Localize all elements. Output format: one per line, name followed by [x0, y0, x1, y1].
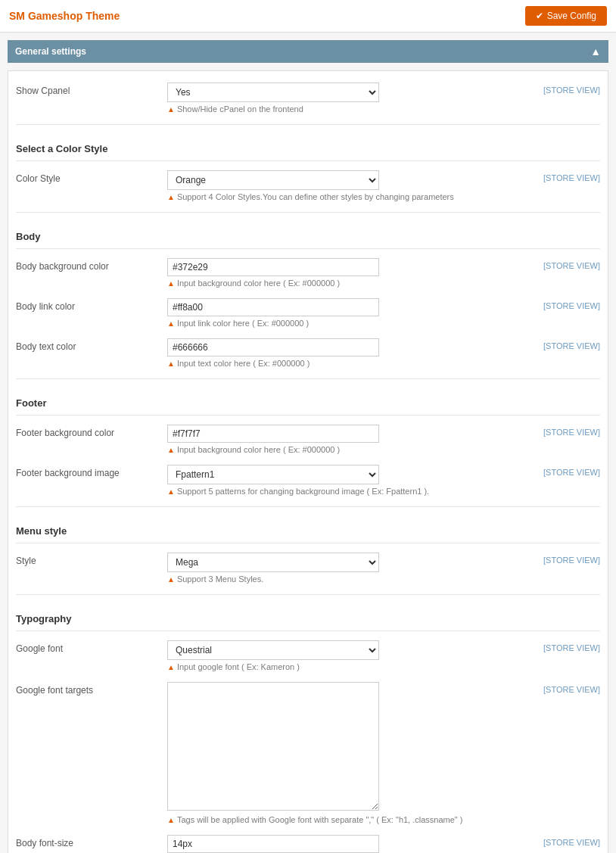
body-link-color-label: Body link color	[16, 298, 167, 312]
google-font-store-view: [STORE VIEW]	[543, 640, 600, 652]
footer-bg-image-field: Fpattern1 Fpattern2 Fpattern3 Fpattern4 …	[167, 465, 534, 496]
menu-style-store-view: [STORE VIEW]	[543, 553, 600, 565]
footer-bg-image-label: Footer background image	[16, 465, 167, 478]
google-font-label: Google font	[16, 640, 167, 654]
menu-style-section-title: Menu style	[16, 518, 600, 543]
menu-style-select[interactable]: Mega Standard Simple	[167, 553, 379, 572]
footer-bg-image-row: Footer background image Fpattern1 Fpatte…	[16, 465, 600, 496]
color-style-select[interactable]: Orange Blue Green Red	[167, 170, 379, 190]
menu-style-row: Style Mega Standard Simple ▲ Support 3 M…	[16, 553, 600, 584]
menu-style-hint: ▲ Support 3 Menu Styles.	[167, 574, 534, 584]
google-font-row: Google font Questrial Kameron Arial Robo…	[16, 640, 600, 671]
section-title: General settings	[15, 46, 86, 57]
body-font-size-store-view: [STORE VIEW]	[543, 835, 600, 847]
body-font-size-label: Body font-size	[16, 835, 167, 848]
hint-icon: ▲	[167, 816, 175, 824]
footer-bg-image-hint: ▲ Support 5 patterns for changing backgr…	[167, 487, 534, 496]
google-font-targets-textarea[interactable]	[167, 682, 379, 811]
hint-icon: ▲	[167, 279, 175, 288]
body-font-size-field: ▲ Input body font size text ( Ex: 14px )	[167, 835, 534, 853]
footer-bg-color-row: Footer background color ▲ Input backgrou…	[16, 425, 600, 454]
google-font-select[interactable]: Questrial Kameron Arial Roboto	[167, 640, 379, 660]
hint-icon: ▲	[167, 193, 175, 201]
body-font-size-input[interactable]	[167, 835, 379, 853]
body-bg-color-input[interactable]	[167, 258, 379, 276]
hint-icon: ▲	[167, 487, 175, 496]
body-text-color-hint: ▲ Input text color here ( Ex: #000000 )	[167, 359, 534, 368]
body-text-color-input[interactable]	[167, 338, 379, 356]
footer-bg-image-store-view: [STORE VIEW]	[543, 465, 600, 477]
typography-section-title: Typography	[16, 606, 600, 631]
body-font-size-row: Body font-size ▲ Input body font size te…	[16, 835, 600, 853]
footer-bg-color-hint: ▲ Input background color here ( Ex: #000…	[167, 445, 534, 454]
show-cpanel-label: Show Cpanel	[16, 82, 167, 96]
body-text-color-store-view: [STORE VIEW]	[543, 338, 600, 350]
hint-icon: ▲	[167, 575, 175, 584]
body-link-color-field: ▲ Input link color here ( Ex: #000000 )	[167, 298, 534, 328]
save-icon: ✔	[536, 11, 543, 21]
app-title: SM Gameshop Theme	[9, 10, 120, 22]
google-font-hint: ▲ Input google font ( Ex: Kameron )	[167, 662, 534, 671]
body-bg-color-label: Body background color	[16, 258, 167, 272]
save-config-button[interactable]: ✔ Save Config	[525, 6, 607, 26]
footer-bg-color-input[interactable]	[167, 425, 379, 443]
google-font-targets-store-view: [STORE VIEW]	[543, 682, 600, 694]
menu-style-field: Mega Standard Simple ▲ Support 3 Menu St…	[167, 553, 534, 584]
body-text-color-field: ▲ Input text color here ( Ex: #000000 )	[167, 338, 534, 368]
body-link-color-row: Body link color ▲ Input link color here …	[16, 298, 600, 328]
color-style-section-title: Select a Color Style	[16, 135, 600, 161]
footer-section-title: Footer	[16, 390, 600, 416]
color-style-label: Color Style	[16, 170, 167, 184]
divider	[16, 594, 600, 595]
main-content: General settings ▲ Show Cpanel Yes No ▲ …	[0, 33, 616, 853]
show-cpanel-hint: ▲ Show/Hide cPanel on the frontend	[167, 104, 534, 114]
show-cpanel-select[interactable]: Yes No	[167, 82, 379, 102]
collapse-icon: ▲	[590, 45, 601, 58]
divider	[16, 212, 600, 213]
footer-bg-color-field: ▲ Input background color here ( Ex: #000…	[167, 425, 534, 454]
general-settings-header[interactable]: General settings ▲	[8, 40, 608, 63]
divider	[16, 378, 600, 379]
google-font-targets-label: Google font targets	[16, 682, 167, 696]
hint-icon: ▲	[167, 319, 175, 328]
google-font-targets-row: Google font targets ▲ Tags will be appli…	[16, 682, 600, 824]
body-link-color-hint: ▲ Input link color here ( Ex: #000000 )	[167, 319, 534, 328]
show-cpanel-store-view: [STORE VIEW]	[543, 82, 600, 95]
show-cpanel-field: Yes No ▲ Show/Hide cPanel on the fronten…	[167, 82, 534, 114]
body-bg-color-field: ▲ Input background color here ( Ex: #000…	[167, 258, 534, 288]
body-bg-color-store-view: [STORE VIEW]	[543, 258, 600, 270]
body-bg-color-row: Body background color ▲ Input background…	[16, 258, 600, 288]
footer-bg-color-label: Footer background color	[16, 425, 167, 438]
footer-bg-color-store-view: [STORE VIEW]	[543, 425, 600, 437]
section-body: Show Cpanel Yes No ▲ Show/Hide cPanel on…	[8, 70, 608, 853]
google-font-targets-hint: ▲ Tags will be applied with Google font …	[167, 815, 534, 824]
hint-icon: ▲	[167, 663, 175, 671]
divider	[16, 124, 600, 125]
color-style-hint: ▲ Support 4 Color Styles.You can define …	[167, 192, 534, 201]
body-text-color-label: Body text color	[16, 338, 167, 352]
hint-icon: ▲	[167, 105, 175, 114]
hint-icon: ▲	[167, 446, 175, 454]
color-style-row: Color Style Orange Blue Green Red ▲ Supp…	[16, 170, 600, 201]
color-style-store-view: [STORE VIEW]	[543, 170, 600, 182]
hint-icon: ▲	[167, 360, 175, 368]
body-link-color-store-view: [STORE VIEW]	[543, 298, 600, 310]
google-font-targets-field: ▲ Tags will be applied with Google font …	[167, 682, 534, 824]
body-link-color-input[interactable]	[167, 298, 379, 316]
top-bar: SM Gameshop Theme ✔ Save Config	[0, 0, 616, 33]
color-style-field: Orange Blue Green Red ▲ Support 4 Color …	[167, 170, 534, 201]
show-cpanel-row: Show Cpanel Yes No ▲ Show/Hide cPanel on…	[16, 82, 600, 114]
body-bg-color-hint: ▲ Input background color here ( Ex: #000…	[167, 279, 534, 288]
google-font-field: Questrial Kameron Arial Roboto ▲ Input g…	[167, 640, 534, 671]
menu-style-label: Style	[16, 553, 167, 566]
footer-bg-image-select[interactable]: Fpattern1 Fpattern2 Fpattern3 Fpattern4 …	[167, 465, 379, 484]
divider	[16, 506, 600, 507]
body-text-color-row: Body text color ▲ Input text color here …	[16, 338, 600, 368]
body-section-title: Body	[16, 223, 600, 249]
